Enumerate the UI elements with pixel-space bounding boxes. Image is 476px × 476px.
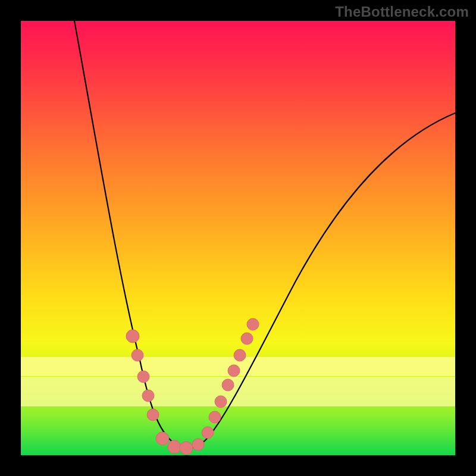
- curve-marker: [180, 441, 193, 455]
- curve-marker: [192, 439, 204, 450]
- curve-marker: [168, 440, 181, 453]
- curve-marker: [209, 411, 221, 423]
- chart-frame: TheBottleneck.com: [0, 0, 476, 476]
- curve-marker: [142, 390, 154, 402]
- bottleneck-curve: [74, 21, 455, 448]
- curve-marker: [215, 396, 227, 408]
- curve-layer: [21, 21, 455, 455]
- curve-marker: [126, 330, 139, 343]
- curve-marker: [234, 349, 246, 361]
- curve-marker: [156, 432, 169, 445]
- curve-marker: [228, 365, 240, 377]
- curve-marker: [247, 318, 259, 330]
- curve-marker: [222, 379, 234, 391]
- curve-marker: [137, 371, 149, 383]
- curve-marker: [131, 349, 143, 361]
- curve-marker: [202, 427, 214, 439]
- curve-marker: [241, 333, 253, 345]
- curve-marker: [147, 409, 159, 421]
- watermark-label: TheBottleneck.com: [335, 4, 469, 20]
